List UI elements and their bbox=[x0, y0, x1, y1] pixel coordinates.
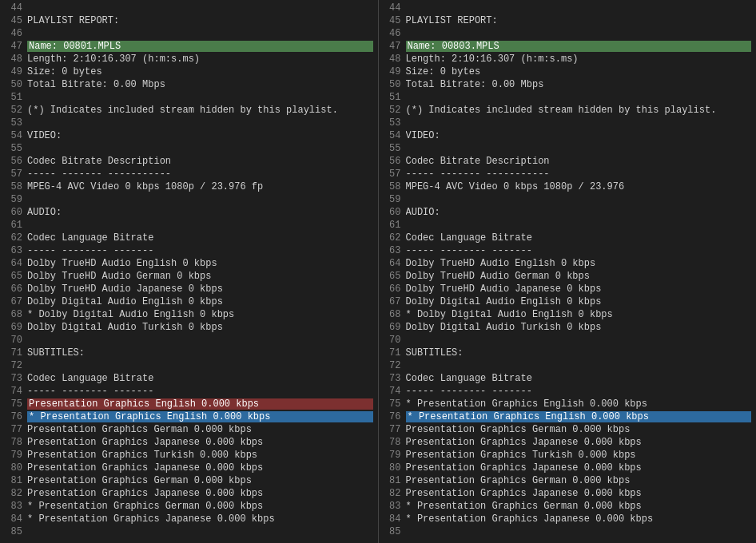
text-line: 78Presentation Graphics Japanese 0.000 k… bbox=[382, 436, 754, 449]
line-number: 75 bbox=[384, 398, 401, 410]
line-number: 68 bbox=[384, 309, 401, 320]
line-number: 71 bbox=[5, 347, 22, 359]
line-number: 44 bbox=[5, 2, 22, 14]
right-panel: 4445PLAYLIST REPORT:4647Name: 00803.MPLS… bbox=[378, 0, 757, 543]
line-number: 45 bbox=[5, 15, 22, 26]
line-number: 57 bbox=[384, 168, 401, 180]
line-text: * Presentation Graphics English 0.000 kb… bbox=[27, 411, 373, 422]
line-number: 62 bbox=[5, 232, 22, 244]
line-text: Dolby TrueHD Audio German 0 kbps bbox=[406, 271, 752, 282]
text-line: 49Size: 0 bytes bbox=[382, 65, 754, 78]
text-line: 75* Presentation Graphics English 0.000 … bbox=[382, 398, 754, 410]
text-line: 72 bbox=[382, 359, 754, 372]
line-text: Presentation Graphics Japanese 0.000 kbp… bbox=[27, 462, 373, 474]
line-number: 58 bbox=[384, 181, 401, 192]
text-line: 72 bbox=[3, 359, 375, 372]
line-number: 57 bbox=[5, 168, 22, 180]
text-line: 75Presentation Graphics English 0.000 kb… bbox=[3, 398, 375, 410]
line-number: 77 bbox=[384, 424, 401, 435]
line-text: ----- -------- ------- bbox=[27, 386, 373, 397]
line-text: Presentation Graphics Japanese 0.000 kbp… bbox=[406, 488, 752, 499]
line-text: Dolby Digital Audio Turkish 0 kbps bbox=[27, 322, 373, 333]
text-line: 80Presentation Graphics Japanese 0.000 k… bbox=[382, 462, 754, 474]
text-line: 74----- -------- ------- bbox=[3, 385, 375, 398]
text-line: 46 bbox=[3, 27, 375, 40]
line-text: Size: 0 bytes bbox=[27, 66, 373, 77]
line-text: * Dolby Digital Audio English 0 kbps bbox=[27, 309, 373, 320]
text-line: 83* Presentation Graphics German 0.000 k… bbox=[3, 500, 375, 513]
text-line: 50Total Bitrate: 0.00 Mbps bbox=[382, 78, 754, 91]
text-line: 69Dolby Digital Audio Turkish 0 kbps bbox=[382, 321, 754, 334]
text-line: 61 bbox=[382, 219, 754, 232]
line-number: 80 bbox=[384, 462, 401, 474]
line-text: Presentation Graphics German 0.000 kbps bbox=[406, 424, 752, 435]
text-line: 66Dolby TrueHD Audio Japanese 0 kbps bbox=[3, 283, 375, 295]
line-number: 53 bbox=[384, 117, 401, 129]
text-line: 82Presentation Graphics Japanese 0.000 k… bbox=[3, 487, 375, 500]
line-text: AUDIO: bbox=[406, 207, 752, 218]
text-line: 44 bbox=[382, 2, 754, 14]
line-text: Dolby TrueHD Audio Japanese 0 kbps bbox=[27, 283, 373, 295]
text-line: 78Presentation Graphics Japanese 0.000 k… bbox=[3, 436, 375, 449]
text-line: 83* Presentation Graphics German 0.000 k… bbox=[382, 500, 754, 513]
line-number: 82 bbox=[5, 488, 22, 499]
line-number: 79 bbox=[384, 450, 401, 461]
line-text: Codec Bitrate Description bbox=[406, 156, 752, 167]
line-text: MPEG-4 AVC Video 0 kbps 1080p / 23.976 f… bbox=[27, 181, 373, 192]
line-number: 66 bbox=[384, 283, 401, 295]
line-number: 72 bbox=[384, 360, 401, 371]
line-number: 53 bbox=[5, 117, 22, 129]
text-line: 58MPEG-4 AVC Video 0 kbps 1080p / 23.976 bbox=[382, 180, 754, 193]
line-text: Dolby TrueHD Audio English 0 kbps bbox=[406, 258, 752, 269]
text-line: 47Name: 00803.MPLS bbox=[382, 40, 754, 53]
line-number: 85 bbox=[384, 526, 401, 537]
line-number: 62 bbox=[384, 232, 401, 244]
text-line: 45PLAYLIST REPORT: bbox=[382, 14, 754, 27]
text-line: 54VIDEO: bbox=[382, 129, 754, 142]
text-line: 44 bbox=[3, 2, 375, 14]
line-text: VIDEO: bbox=[406, 130, 752, 141]
text-line: 59 bbox=[3, 193, 375, 206]
text-line: 55 bbox=[382, 142, 754, 155]
line-number: 82 bbox=[384, 488, 401, 499]
text-line: 65Dolby TrueHD Audio German 0 kbps bbox=[3, 270, 375, 283]
line-number: 46 bbox=[384, 28, 401, 39]
line-number: 77 bbox=[5, 424, 22, 435]
line-number: 67 bbox=[384, 296, 401, 307]
line-number: 49 bbox=[5, 66, 22, 77]
text-line: 82Presentation Graphics Japanese 0.000 k… bbox=[382, 487, 754, 500]
text-line: 51 bbox=[3, 91, 375, 104]
line-number: 78 bbox=[384, 437, 401, 448]
line-number: 66 bbox=[5, 283, 22, 295]
line-number: 75 bbox=[5, 398, 22, 410]
text-line: 79Presentation Graphics Turkish 0.000 kb… bbox=[382, 449, 754, 462]
line-number: 71 bbox=[384, 347, 401, 359]
line-text: AUDIO: bbox=[27, 207, 373, 218]
line-text: * Presentation Graphics German 0.000 kbp… bbox=[27, 501, 373, 512]
line-text: * Presentation Graphics German 0.000 kbp… bbox=[406, 501, 752, 512]
text-line: 62Codec Language Bitrate bbox=[3, 232, 375, 244]
line-text: Total Bitrate: 0.00 Mbps bbox=[406, 79, 752, 90]
line-text: Codec Language Bitrate bbox=[406, 373, 752, 384]
line-text: Dolby TrueHD Audio English 0 kbps bbox=[27, 258, 373, 269]
text-line: 73Codec Language Bitrate bbox=[382, 372, 754, 385]
text-line: 81Presentation Graphics German 0.000 kbp… bbox=[3, 474, 375, 487]
line-number: 74 bbox=[5, 386, 22, 397]
text-line: 47Name: 00801.MPLS bbox=[3, 40, 375, 53]
line-number: 81 bbox=[5, 475, 22, 486]
line-number: 65 bbox=[5, 271, 22, 282]
text-line: 64Dolby TrueHD Audio English 0 kbps bbox=[382, 257, 754, 270]
text-line: 76* Presentation Graphics English 0.000 … bbox=[382, 410, 754, 423]
line-number: 70 bbox=[5, 335, 22, 346]
text-line: 67Dolby Digital Audio English 0 kbps bbox=[3, 295, 375, 308]
line-number: 52 bbox=[384, 105, 401, 116]
text-line: 68* Dolby Digital Audio English 0 kbps bbox=[382, 308, 754, 321]
text-line: 60AUDIO: bbox=[382, 206, 754, 219]
line-text: MPEG-4 AVC Video 0 kbps 1080p / 23.976 bbox=[406, 181, 752, 192]
line-text: Presentation Graphics English 0.000 kbps bbox=[27, 398, 373, 410]
line-number: 70 bbox=[384, 335, 401, 346]
line-number: 83 bbox=[5, 501, 22, 512]
text-line: 63----- -------- ------- bbox=[382, 244, 754, 257]
text-line: 85 bbox=[3, 525, 375, 538]
line-number: 76 bbox=[5, 411, 22, 422]
